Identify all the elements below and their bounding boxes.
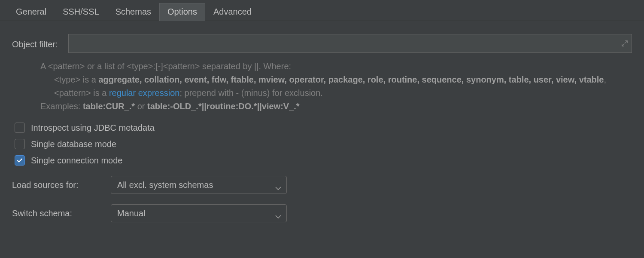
check-icon bbox=[16, 157, 23, 164]
help-pattern-prefix: <pattern> is a bbox=[54, 88, 109, 98]
checkbox-single-conn-label: Single connection mode bbox=[31, 156, 122, 166]
checkbox-single-db-label: Single database mode bbox=[31, 139, 116, 149]
help-line-1: A <pattern> or a list of <type>:[-]<patt… bbox=[40, 60, 620, 73]
switch-schema-select[interactable]: Manual bbox=[111, 204, 287, 222]
options-panel: Object filter: A <pattern> or a list of … bbox=[0, 21, 644, 231]
checkbox-row-single-conn[interactable]: Single connection mode bbox=[15, 155, 632, 166]
switch-schema-label: Switch schema: bbox=[12, 209, 102, 218]
expand-icon[interactable] bbox=[621, 40, 629, 47]
help-type-trail: , bbox=[604, 75, 606, 84]
tab-schemas[interactable]: Schemas bbox=[107, 3, 159, 21]
checkbox-single-db[interactable] bbox=[15, 139, 25, 149]
object-filter-field-wrap bbox=[68, 34, 632, 53]
load-sources-label: Load sources for: bbox=[12, 180, 102, 190]
checkbox-single-conn[interactable] bbox=[15, 155, 25, 166]
checkbox-introspect-jdbc[interactable] bbox=[15, 123, 25, 133]
help-pattern-line: <pattern> is a regular expression; prepe… bbox=[40, 86, 620, 100]
tab-ssh-ssl[interactable]: SSH/SSL bbox=[55, 3, 107, 21]
chevron-down-icon bbox=[275, 211, 281, 215]
chevron-down-icon bbox=[275, 183, 281, 187]
help-examples-label: Examples: bbox=[40, 101, 83, 111]
tab-advanced[interactable]: Advanced bbox=[205, 3, 260, 21]
tab-bar: General SSH/SSL Schemas Options Advanced bbox=[0, 0, 644, 21]
help-example-1: table:CUR_.* bbox=[83, 101, 135, 111]
help-example-2: table:-OLD_.*||routine:DO.*||view:V_.* bbox=[147, 101, 300, 111]
load-sources-select[interactable]: All excl. system schemas bbox=[111, 176, 287, 194]
help-type-line: <type> is a aggregate, collation, event,… bbox=[40, 73, 620, 86]
help-examples: Examples: table:CUR_.* or table:-OLD_.*|… bbox=[40, 100, 620, 113]
object-filter-help: A <pattern> or a list of <type>:[-]<patt… bbox=[40, 60, 620, 113]
load-sources-value: All excl. system schemas bbox=[117, 180, 213, 190]
checkbox-row-introspect-jdbc[interactable]: Introspect using JDBC metadata bbox=[15, 123, 632, 133]
object-filter-input[interactable] bbox=[68, 34, 632, 53]
checkbox-row-single-db[interactable]: Single database mode bbox=[15, 139, 632, 149]
help-type-prefix: <type> is a bbox=[54, 75, 98, 84]
help-examples-or: or bbox=[135, 101, 147, 111]
help-type-keywords: aggregate, collation, event, fdw, ftable… bbox=[98, 75, 604, 84]
help-pattern-suffix: ; prepend with - (minus) for exclusion. bbox=[179, 88, 322, 98]
tab-general[interactable]: General bbox=[8, 3, 55, 21]
switch-schema-value: Manual bbox=[117, 209, 146, 218]
checkbox-introspect-jdbc-label: Introspect using JDBC metadata bbox=[31, 123, 155, 133]
object-filter-label: Object filter: bbox=[12, 38, 58, 49]
tab-options[interactable]: Options bbox=[159, 3, 205, 21]
regular-expression-link[interactable]: regular expression bbox=[109, 88, 180, 98]
